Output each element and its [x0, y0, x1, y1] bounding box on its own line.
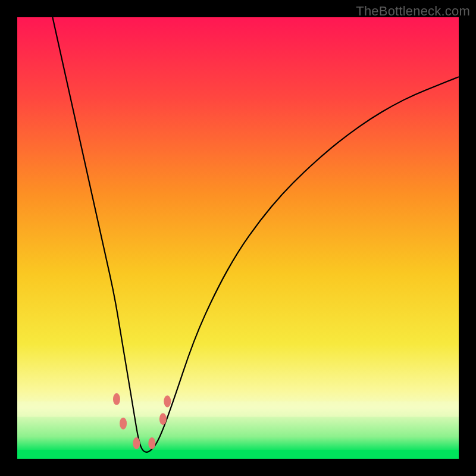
threshold-band: [17, 402, 459, 417]
gradient-background: [17, 17, 459, 459]
marker-right-lower: [159, 413, 167, 425]
marker-right-upper: [164, 396, 171, 408]
chart-plot-area: [17, 17, 459, 459]
chart-svg: [17, 17, 459, 459]
marker-min-right: [148, 437, 155, 449]
optimum-band: [17, 450, 459, 459]
marker-left-upper: [113, 393, 120, 405]
marker-left-lower: [120, 418, 127, 430]
marker-min-left: [133, 437, 140, 449]
